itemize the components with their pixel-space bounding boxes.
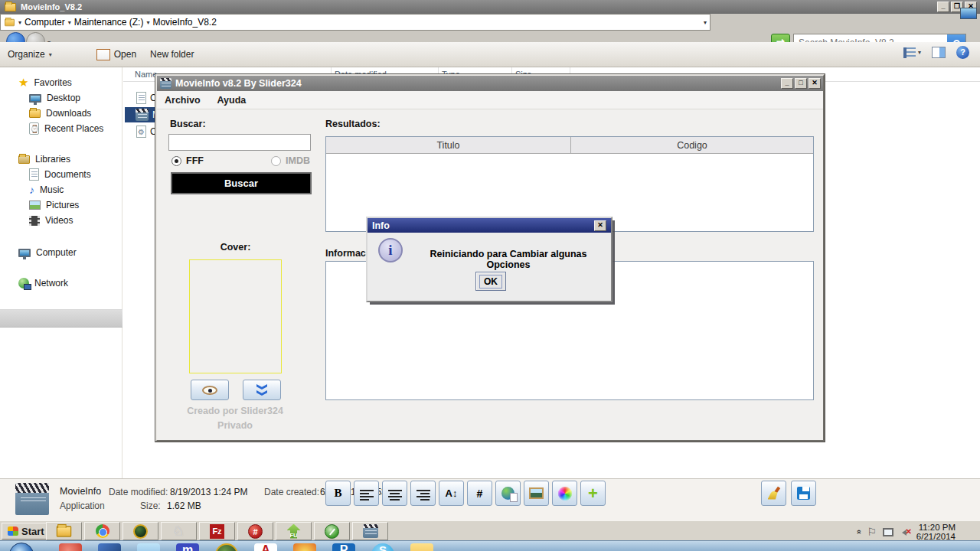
quicklaunch-uploader[interactable]: FU — [276, 522, 312, 540]
quicklaunch-chrome[interactable] — [84, 522, 120, 540]
dialog-titlebar[interactable]: Info ✕ — [368, 218, 611, 233]
horse-icon: ♘ — [172, 523, 185, 540]
radio-selected-icon — [172, 156, 181, 166]
quicklaunch-horse-app[interactable]: ♘ — [161, 522, 197, 540]
navigation-pane: ★ Favorites Desktop Downloads ⌚ Recent P… — [0, 67, 122, 478]
action-center-flag-icon[interactable]: ⚐ — [867, 526, 877, 538]
sidebar-item-downloads[interactable]: Downloads — [29, 106, 91, 121]
quicklaunch-browser[interactable] — [122, 522, 158, 540]
buscar-input[interactable] — [168, 134, 311, 151]
host-taskbar[interactable]: m A P S — [0, 540, 980, 551]
sidebar-group-favorites[interactable]: ★ Favorites — [18, 75, 72, 90]
sidebar-item-documents[interactable]: Documents — [29, 167, 91, 182]
host-task-icon[interactable] — [98, 543, 121, 551]
ok-button[interactable]: OK — [475, 272, 506, 291]
web-source-button[interactable] — [495, 481, 521, 506]
radio-imdb[interactable]: IMDB — [271, 155, 310, 166]
cover-box — [189, 259, 282, 373]
app-icon — [160, 78, 172, 89]
breadcrumb-dropdown-icon[interactable]: ▾ — [704, 19, 707, 26]
preview-cover-button[interactable] — [191, 380, 229, 400]
host-task-icon[interactable] — [293, 543, 316, 551]
clear-button[interactable] — [761, 481, 786, 506]
add-button[interactable]: + — [580, 481, 606, 506]
menu-archivo[interactable]: Archivo — [165, 95, 201, 106]
save-button[interactable] — [791, 481, 816, 506]
maximize-icon[interactable]: □ — [795, 78, 807, 89]
sidebar-item-network[interactable]: Network — [18, 276, 68, 291]
minimize-icon[interactable]: _ — [937, 2, 949, 12]
color-button[interactable] — [552, 481, 577, 506]
close-icon[interactable]: ✕ — [808, 78, 821, 89]
host-task-icon[interactable] — [137, 543, 160, 551]
align-center-button[interactable] — [382, 481, 407, 506]
quicklaunch-filezilla[interactable]: Fz — [199, 522, 235, 540]
quicklaunch-hash-app[interactable]: # — [237, 522, 273, 540]
file-row[interactable]: ⚙ C — [136, 124, 157, 139]
quicklaunch-movieinfo[interactable] — [352, 522, 388, 540]
breadcrumb[interactable]: ▾ Computer ▾ Maintenance (Z:) ▾ MovieInf… — [0, 14, 710, 31]
radio-disabled-icon — [271, 156, 281, 166]
minimize-icon[interactable]: _ — [781, 78, 793, 89]
views-button[interactable]: ▾ — [903, 47, 921, 58]
computer-icon — [18, 249, 31, 257]
start-button[interactable]: Start — [2, 523, 51, 540]
host-task-icon[interactable] — [410, 543, 433, 551]
host-task-icon[interactable]: S — [371, 543, 394, 551]
host-task-icon[interactable]: A — [254, 543, 277, 551]
pictures-icon — [29, 201, 41, 210]
help-button[interactable]: ? — [956, 46, 969, 59]
align-left-button[interactable] — [354, 481, 379, 506]
align-right-button[interactable] — [410, 481, 436, 506]
hash-circle-icon: # — [248, 524, 263, 539]
color-wheel-icon — [558, 487, 572, 500]
sidebar-group-libraries[interactable]: Libraries — [18, 152, 70, 167]
sidebar-item-videos[interactable]: Videos — [29, 213, 73, 228]
preview-pane-button[interactable] — [932, 47, 946, 58]
tray-clock[interactable]: 11:20 PM 6/21/2014 — [916, 523, 956, 541]
buscar-button[interactable]: Buscar — [171, 172, 312, 194]
chevron-down-icon[interactable]: ▾ — [18, 19, 21, 26]
start-orb-icon[interactable] — [9, 543, 34, 551]
file-row[interactable]: C — [136, 90, 157, 106]
insert-image-button[interactable] — [524, 481, 549, 506]
open-button[interactable]: Open — [96, 49, 136, 60]
sidebar-item-pictures[interactable]: Pictures — [29, 197, 79, 213]
hash-button[interactable]: # — [467, 481, 492, 506]
font-size-button[interactable]: A↕ — [439, 481, 464, 506]
tray-expand-icon[interactable]: » — [854, 530, 863, 534]
chevron-down-icon: ▾ — [918, 49, 921, 56]
host-task-icon[interactable]: m — [176, 543, 199, 551]
organize-button[interactable]: Organize▾ — [8, 49, 52, 60]
bold-button[interactable]: B — [325, 481, 351, 506]
host-task-icon[interactable]: P — [332, 543, 355, 551]
app-titlebar[interactable]: MovieInfo v8.2 By Slider324 _ □ ✕ — [157, 76, 823, 91]
column-name[interactable]: Name — [135, 70, 157, 79]
sidebar-item-desktop[interactable]: Desktop — [29, 90, 80, 106]
align-right-icon — [416, 488, 430, 498]
chevron-down-icon[interactable]: ▾ — [68, 19, 71, 26]
chevron-down-icon[interactable]: ▾ — [146, 19, 149, 26]
menu-ayuda[interactable]: Ayuda — [217, 95, 247, 106]
breadcrumb-drive[interactable]: Maintenance (Z:) — [74, 17, 144, 28]
quicklaunch-compass-app[interactable] — [314, 522, 350, 540]
breadcrumb-folder[interactable]: MovieInfo_V8.2 — [152, 17, 216, 28]
sidebar-item-computer[interactable]: Computer — [18, 245, 77, 260]
dialog-message: Reiniciando para Cambiar algunas Opcione… — [412, 249, 605, 270]
breadcrumb-computer[interactable]: Computer — [24, 17, 65, 28]
quicklaunch-folder[interactable] — [46, 522, 82, 540]
network-tray-icon[interactable] — [883, 528, 893, 536]
sidebar-item-recent-places[interactable]: ⌚ Recent Places — [29, 121, 103, 136]
sidebar-item-music[interactable]: ♪ Music — [29, 182, 64, 197]
download-cover-button[interactable] — [243, 380, 281, 400]
close-icon[interactable]: ✕ — [594, 220, 606, 231]
host-task-icon[interactable] — [59, 543, 82, 551]
movieinfo-file-icon — [15, 483, 49, 515]
table-header-titulo[interactable]: Titulo — [326, 137, 571, 153]
new-folder-button[interactable]: New folder — [150, 49, 194, 60]
host-task-icon[interactable] — [215, 543, 238, 551]
show-desktop-icon[interactable] — [960, 8, 977, 19]
radio-fff[interactable]: FFF — [172, 155, 204, 166]
table-header-codigo[interactable]: Codigo — [571, 137, 813, 153]
volume-muted-icon[interactable]: ✕ — [900, 527, 910, 536]
